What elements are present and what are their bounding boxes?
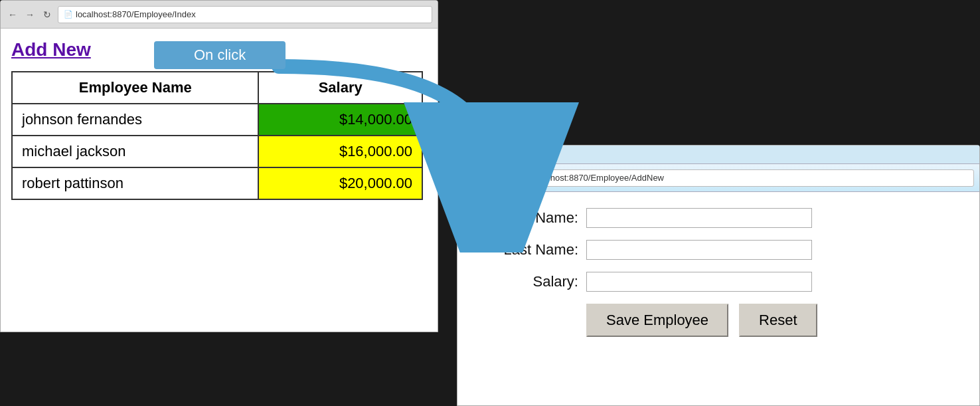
page-icon: 📄: [64, 10, 73, 19]
right-back-button[interactable]: ←: [463, 171, 476, 185]
first-name-group: First Name:: [479, 208, 958, 228]
salary-cell: $14,000.00: [258, 104, 422, 136]
table-row: johnson fernandes$14,000.00: [12, 104, 422, 136]
right-browser-window: 📄 CreateEmployee ← → ↻ 📄 localhost:8870/…: [457, 145, 980, 406]
last-name-label: Last Name:: [479, 241, 578, 258]
salary-cell: $16,000.00: [258, 136, 422, 167]
add-new-link[interactable]: Add New: [11, 39, 91, 60]
employee-name-cell: johnson fernandes: [12, 104, 258, 136]
tab-favicon: 📄: [471, 153, 479, 161]
first-name-label: First Name:: [479, 209, 578, 227]
salary-cell: $20,000.00: [258, 167, 422, 199]
create-employee-tab[interactable]: 📄 CreateEmployee: [463, 150, 550, 163]
table-row: michael jackson$16,000.00: [12, 136, 422, 167]
salary-group: Salary:: [479, 272, 958, 292]
right-browser-content: First Name: Last Name: Salary: Save Empl…: [457, 192, 979, 405]
back-button[interactable]: ←: [6, 8, 19, 21]
last-name-input[interactable]: [586, 240, 812, 260]
col-header-name: Employee Name: [12, 72, 258, 104]
employee-name-cell: michael jackson: [12, 136, 258, 167]
left-address-bar[interactable]: 📄 localhost:8870/Employee/Index: [58, 6, 432, 23]
col-header-salary: Salary: [258, 72, 422, 104]
form-buttons: Save Employee Reset: [586, 304, 958, 337]
tab-label: CreateEmployee: [482, 152, 541, 161]
save-employee-button[interactable]: Save Employee: [586, 304, 728, 337]
left-url: localhost:8870/Employee/Index: [76, 9, 196, 19]
right-browser-toolbar: ← → ↻ 📄 localhost:8870/Employee/AddNew: [457, 164, 979, 192]
right-tab-bar: 📄 CreateEmployee: [457, 146, 979, 164]
left-browser-toolbar: ← → ↻ 📄 localhost:8870/Employee/Index: [1, 1, 438, 29]
first-name-input[interactable]: [586, 208, 812, 228]
refresh-button[interactable]: ↻: [41, 8, 54, 21]
right-forward-button[interactable]: →: [480, 171, 493, 185]
forward-button[interactable]: →: [23, 8, 37, 21]
right-page-icon: 📄: [521, 173, 530, 182]
right-address-bar[interactable]: 📄 localhost:8870/Employee/AddNew: [515, 169, 974, 187]
last-name-group: Last Name:: [479, 240, 958, 260]
salary-input[interactable]: [586, 272, 812, 292]
on-click-label: On click: [154, 41, 286, 69]
employee-name-cell: robert pattinson: [12, 167, 258, 199]
table-row: robert pattinson$20,000.00: [12, 167, 422, 199]
table-header-row: Employee Name Salary: [12, 72, 422, 104]
employee-table: Employee Name Salary johnson fernandes$1…: [11, 71, 423, 200]
left-browser-content: Add New Employee Name Salary johnson fer…: [1, 29, 438, 332]
right-url: localhost:8870/Employee/AddNew: [532, 173, 664, 183]
right-refresh-button[interactable]: ↻: [497, 171, 511, 185]
salary-label: Salary:: [479, 273, 578, 290]
reset-button[interactable]: Reset: [739, 304, 817, 337]
